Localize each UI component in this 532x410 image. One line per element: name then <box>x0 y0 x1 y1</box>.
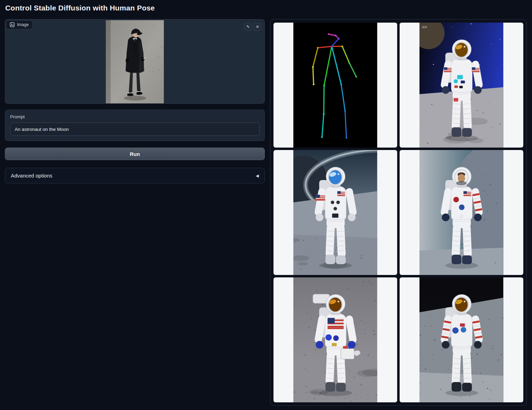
edit-image-button[interactable]: ✎ <box>244 23 252 31</box>
gallery-item-astronaut-blue-visor[interactable] <box>273 150 397 275</box>
image-icon <box>10 22 15 27</box>
image-upload-component: Image ✎ ✕ <box>5 19 265 104</box>
gallery-item-pose-map[interactable] <box>273 23 397 148</box>
app-page: Control Stable Diffusion with Human Pose… <box>0 0 532 410</box>
image-component-label: Image <box>6 20 32 29</box>
advanced-options-label: Advanced options <box>11 173 52 179</box>
advanced-options-accordion[interactable]: Advanced options ◀ <box>5 168 265 183</box>
collapse-arrow-icon: ◀ <box>256 173 259 178</box>
uploaded-pose-photo <box>106 20 164 103</box>
page-title: Control Stable Diffusion with Human Pose <box>5 4 155 12</box>
clear-image-button[interactable]: ✕ <box>254 23 261 31</box>
prompt-input[interactable] <box>10 123 260 136</box>
gallery-grid: avr <box>273 23 523 402</box>
run-button[interactable]: Run <box>5 148 265 160</box>
gallery-item-astronaut-toy[interactable]: avr <box>400 23 523 148</box>
output-gallery: avr <box>270 19 527 406</box>
gallery-item-astronaut-flag-chest[interactable] <box>273 277 397 402</box>
image-label-text: Image <box>17 22 29 27</box>
gallery-item-astronaut-face-visor[interactable] <box>400 150 523 275</box>
image-toolbar: ✎ ✕ <box>244 23 261 31</box>
prompt-component: Prompt <box>5 110 265 141</box>
input-column: Image ✎ ✕ Prompt Run Advanced options <box>5 19 265 183</box>
prompt-label: Prompt <box>10 114 260 119</box>
gallery-item-astronaut-striped-sleeves[interactable] <box>400 277 523 402</box>
svg-text:avr: avr <box>422 25 427 29</box>
